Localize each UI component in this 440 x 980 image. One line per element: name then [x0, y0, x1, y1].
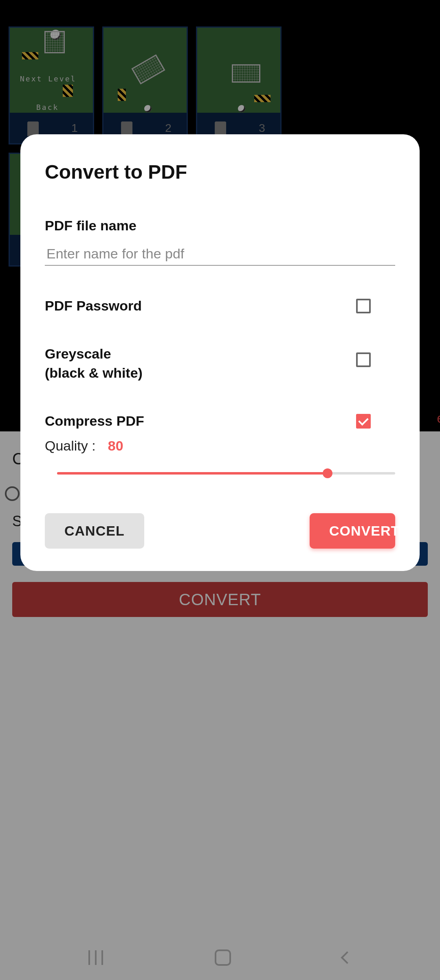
slider-thumb[interactable] — [323, 468, 332, 478]
filename-input[interactable] — [45, 243, 395, 266]
filename-label: PDF file name — [45, 218, 395, 234]
greyscale-checkbox[interactable] — [356, 352, 371, 367]
compress-option-row: Compress PDF — [45, 411, 395, 431]
slider-fill — [57, 472, 328, 475]
cancel-button[interactable]: CANCEL — [45, 513, 144, 549]
greyscale-option-row: Greyscale(black & white) — [45, 344, 395, 383]
quality-label: Quality : — [45, 438, 96, 454]
greyscale-label: Greyscale(black & white) — [45, 344, 143, 383]
quality-slider[interactable] — [57, 472, 395, 475]
password-option-row: PDF Password — [45, 296, 395, 316]
compress-checkbox[interactable] — [356, 414, 371, 429]
compress-label: Compress PDF — [45, 411, 144, 431]
password-label: PDF Password — [45, 296, 142, 316]
password-checkbox[interactable] — [356, 299, 371, 313]
convert-modal: Convert to PDF PDF file name PDF Passwor… — [20, 134, 420, 571]
convert-button[interactable]: CONVERT — [310, 513, 395, 549]
quality-row: Quality : 80 — [45, 438, 395, 454]
quality-value: 80 — [108, 438, 123, 454]
modal-button-row: CANCEL CONVERT — [45, 513, 395, 549]
modal-title: Convert to PDF — [45, 161, 395, 183]
